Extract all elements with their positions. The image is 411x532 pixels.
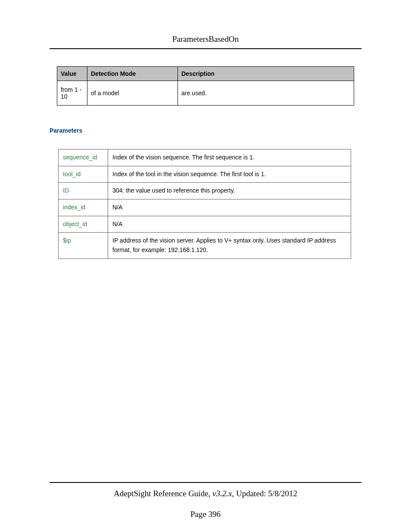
param-desc: 304: the value used to reference this pr…	[108, 183, 351, 199]
param-name: ID	[59, 183, 108, 199]
th-detection-mode: Detection Mode	[87, 67, 178, 81]
footer-citation: AdeptSight Reference Guide, v3.2.x, Upda…	[50, 489, 361, 498]
page-footer: AdeptSight Reference Guide, v3.2.x, Upda…	[50, 482, 361, 519]
param-desc: IP address of the vision server. Applies…	[108, 233, 351, 258]
th-description: Description	[178, 67, 354, 81]
param-desc: N/A	[108, 199, 351, 216]
parameters-table: sequence_id Index of the vision sequence…	[58, 149, 351, 259]
param-name: object_id	[59, 216, 108, 233]
param-name: sequence_id	[59, 149, 108, 166]
footer-rule	[50, 482, 361, 483]
table-row: object_id N/A	[59, 216, 351, 233]
page-header-title: ParametersBasedOn	[50, 34, 361, 48]
page-number: Page 396	[50, 510, 361, 519]
header-rule	[50, 48, 361, 49]
table-row: tool_id Index of the tool in the vision …	[59, 166, 351, 183]
table-row: $ip IP address of the vision server. App…	[59, 233, 351, 258]
param-desc: Index of the vision sequence. The first …	[108, 149, 351, 166]
param-name: index_id	[59, 199, 108, 216]
param-name: $ip	[59, 233, 108, 258]
param-desc: Index of the tool in the vision sequence…	[108, 166, 351, 183]
cell-description: are used.	[178, 81, 354, 106]
cell-value: from 1 - 10	[57, 81, 87, 106]
footer-sep: ,	[209, 489, 213, 498]
footer-guide: AdeptSight Reference Guide	[114, 489, 208, 498]
th-value: Value	[57, 67, 87, 81]
section-title-parameters: Parameters	[50, 127, 361, 134]
table-row: from 1 - 10 of a model are used.	[57, 81, 354, 106]
table-row: index_id N/A	[59, 199, 351, 216]
detection-table: Value Detection Mode Description from 1 …	[57, 66, 354, 106]
footer-updated: , Updated: 5/8/2012	[232, 489, 297, 498]
table-header-row: Value Detection Mode Description	[57, 67, 354, 81]
param-name: tool_id	[59, 166, 108, 183]
cell-detection-mode: of a model	[87, 81, 178, 106]
table-row: sequence_id Index of the vision sequence…	[59, 149, 351, 166]
table-row: ID 304: the value used to reference this…	[59, 183, 351, 199]
footer-version: v3.2.x	[212, 489, 232, 498]
param-desc: N/A	[108, 216, 351, 233]
